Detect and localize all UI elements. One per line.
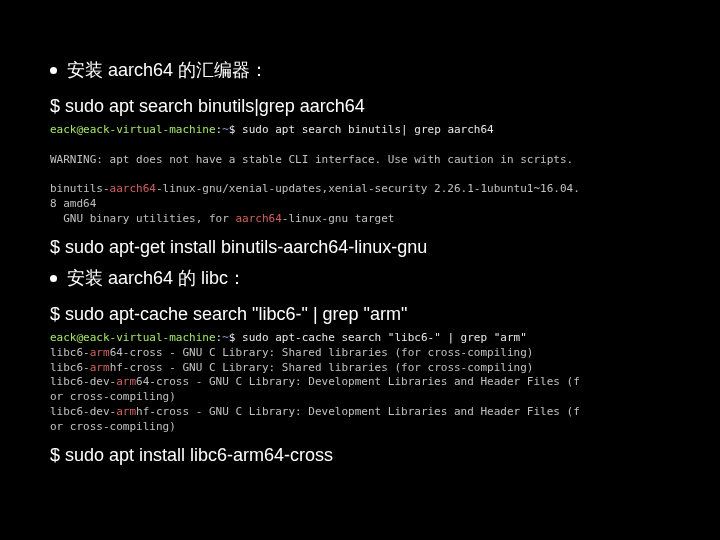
term-match: arm — [116, 405, 136, 418]
command-apt-install-libc6: $ sudo apt install libc6-arm64-cross — [50, 445, 670, 466]
term-line: 64-cross - GNU C Library: Development Li… — [136, 375, 580, 388]
term-user: eack@eack-virtual-machine — [50, 331, 216, 344]
term-path: ~ — [222, 331, 229, 344]
command-apt-install-binutils: $ sudo apt-get install binutils-aarch64-… — [50, 237, 670, 258]
term-line: -linux-gnu target — [282, 212, 395, 225]
term-prompt: $ — [229, 123, 242, 136]
term-line: GNU binary utilities, for — [50, 212, 235, 225]
command-apt-cache-search-libc: $ sudo apt-cache search "libc6-" | grep … — [50, 304, 670, 325]
term-line: libc6-dev- — [50, 405, 116, 418]
bullet-text: 安装 aarch64 的 libc： — [67, 266, 246, 290]
bullet-install-assembler: 安装 aarch64 的汇编器： — [50, 58, 670, 82]
bullet-dot-icon — [50, 67, 57, 74]
term-line: or cross-compiling) — [50, 420, 176, 433]
term-line: libc6-dev- — [50, 375, 116, 388]
term-line: 8 amd64 — [50, 197, 96, 210]
term-line: -linux-gnu/xenial-updates,xenial-securit… — [156, 182, 580, 195]
terminal-output-binutils: eack@eack-virtual-machine:~$ sudo apt se… — [50, 123, 670, 227]
term-line: libc6- — [50, 361, 90, 374]
term-match: arm — [90, 361, 110, 374]
term-line: hf-cross - GNU C Library: Development Li… — [136, 405, 580, 418]
term-path: ~ — [222, 123, 229, 136]
terminal-output-libc: eack@eack-virtual-machine:~$ sudo apt-ca… — [50, 331, 670, 435]
term-cmd: sudo apt search binutils| grep aarch64 — [242, 123, 494, 136]
term-match: arm — [90, 346, 110, 359]
bullet-dot-icon — [50, 275, 57, 282]
bullet-text: 安装 aarch64 的汇编器： — [67, 58, 268, 82]
term-match: aarch64 — [110, 182, 156, 195]
term-line: 64-cross - GNU C Library: Shared librari… — [110, 346, 534, 359]
term-prompt: $ — [229, 331, 242, 344]
term-match: aarch64 — [235, 212, 281, 225]
term-cmd: sudo apt-cache search "libc6-" | grep "a… — [242, 331, 527, 344]
term-line: libc6- — [50, 346, 90, 359]
command-apt-search-binutils: $ sudo apt search binutils|grep aarch64 — [50, 96, 670, 117]
term-warning: WARNING: apt does not have a stable CLI … — [50, 153, 573, 166]
term-line: binutils- — [50, 182, 110, 195]
term-line: or cross-compiling) — [50, 390, 176, 403]
bullet-install-libc: 安装 aarch64 的 libc： — [50, 266, 670, 290]
term-line: hf-cross - GNU C Library: Shared librari… — [110, 361, 534, 374]
term-match: arm — [116, 375, 136, 388]
term-user: eack@eack-virtual-machine — [50, 123, 216, 136]
